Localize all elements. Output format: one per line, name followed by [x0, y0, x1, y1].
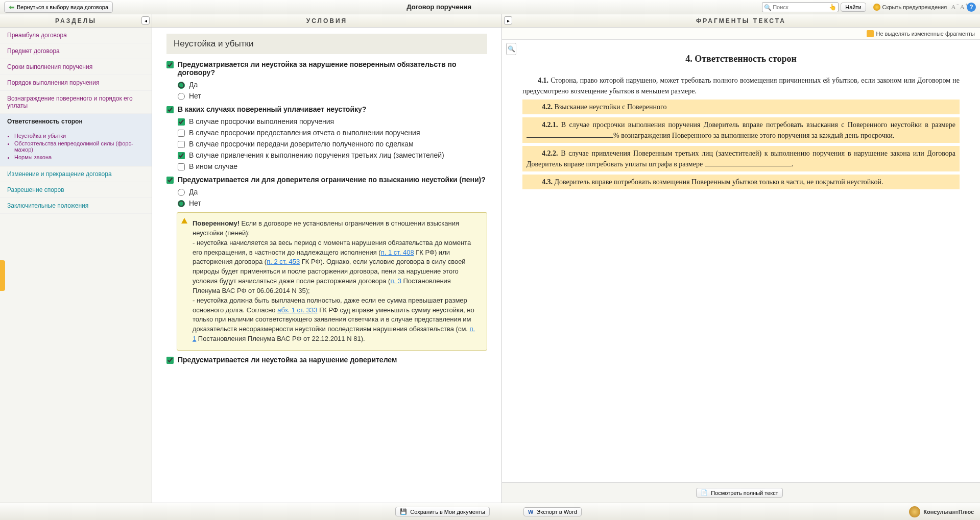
section-disputes[interactable]: Разрешение споров [0, 182, 152, 198]
warn-p1: - неустойка начисляется за весь период с… [193, 238, 480, 296]
sections-title: РАЗДЕЛЫ [55, 17, 97, 24]
warning-icon [181, 218, 187, 224]
zoom-icon[interactable]: 🔍 [506, 43, 516, 55]
link-p3[interactable]: п. 3 [390, 277, 401, 285]
section-amendments[interactable]: Изменение и прекращение договора [0, 166, 152, 182]
q1-no-radio[interactable] [178, 93, 185, 100]
q3-yes-radio[interactable] [178, 189, 185, 196]
q4-text: Предусматривается ли неустойка за наруше… [178, 356, 397, 364]
hide-warnings-label: Скрыть предупреждения [882, 4, 947, 10]
conditions-body[interactable]: Неустойка и убытки Предусматривается ли … [152, 28, 501, 503]
topbar: ⬅ Вернуться к выбору вида договора Догов… [0, 0, 980, 14]
blank-field-2[interactable] [705, 160, 792, 166]
help-icon[interactable]: ? [967, 3, 976, 12]
search-input[interactable] [762, 2, 839, 12]
brand-logo[interactable]: КонсультантПлюс [909, 506, 974, 517]
warn-lead-bold: Поверенному! [193, 219, 240, 227]
fragments-header: ▸ ФРАГМЕНТЫ ТЕКСТА [502, 14, 980, 28]
section-subject[interactable]: Предмет договора [0, 43, 152, 59]
section-preamble[interactable]: Преамбула договора [0, 28, 152, 43]
q3-text: Предусматривается ли для доверителя огра… [178, 176, 486, 184]
q2-o1-check[interactable] [178, 118, 185, 126]
fragments-title: ФРАГМЕНТЫ ТЕКСТА [696, 17, 786, 24]
q1-options: Да Нет [178, 81, 487, 100]
clause-4-2-2: 4.2.2. В случае привлечения Поверенным т… [522, 146, 960, 171]
q1-yes[interactable]: Да [178, 81, 487, 89]
q3-toggle[interactable] [166, 177, 174, 184]
section-remuneration[interactable]: Вознаграждение поверенного и порядок его… [0, 91, 152, 114]
fragments-toolbar: Не выделять измененные фрагменты [502, 28, 980, 40]
doc-icon: 📄 [701, 489, 708, 496]
q2-text: В каких случаях поверенный уплачивает не… [178, 105, 366, 113]
sub-law[interactable]: Нормы закона [14, 154, 152, 160]
q2-o5-check[interactable] [178, 163, 185, 170]
font-increase-icon[interactable]: A+ [960, 3, 965, 11]
subsection-list: Неустойка и убытки Обстоятельства непрео… [0, 129, 152, 166]
back-label: Вернуться к выбору вида договора [17, 4, 108, 10]
picker-icon[interactable]: 👆 [829, 4, 836, 11]
q2-o4[interactable]: В случае привлечения к выполнению поруче… [178, 151, 487, 159]
save-button[interactable]: 💾 Сохранить в Мои документы [395, 507, 490, 516]
font-decrease-icon[interactable]: A− [951, 3, 955, 11]
section-deadlines[interactable]: Сроки выполнения поручения [0, 59, 152, 75]
export-word-button[interactable]: W Экспорт в Word [523, 507, 582, 516]
fragments-column: ▸ ФРАГМЕНТЫ ТЕКСТА Не выделять измененны… [502, 14, 980, 503]
q2-o4-check[interactable] [178, 152, 185, 159]
fragments-heading: 4. Ответственность сторон [522, 52, 960, 66]
main-layout: РАЗДЕЛЫ ◂ Преамбула договора Предмет дог… [0, 14, 980, 503]
doc-title: Договор поручения [116, 3, 762, 11]
q1-text: Предусматривается ли неустойка за наруше… [178, 60, 487, 77]
q2-o1[interactable]: В случае просрочки выполнения поручения [178, 117, 487, 126]
hide-warnings-button[interactable]: Скрыть предупреждения [873, 4, 947, 11]
q2-o2-check[interactable] [178, 130, 185, 137]
save-icon: 💾 [400, 508, 407, 515]
warn-p2: - неустойка должна быть выплачена полнос… [193, 296, 480, 344]
fragments-footer: 📄 Посмотреть полный текст [502, 482, 980, 503]
word-icon: W [528, 509, 533, 515]
q2-o2[interactable]: В случае просрочки предоставления отчета… [178, 129, 487, 137]
q2-toggle[interactable] [166, 106, 174, 113]
question-2: В каких случаях поверенный уплачивает не… [166, 105, 487, 113]
link-453[interactable]: п. 2 ст. 453 [267, 258, 300, 265]
side-handle[interactable] [0, 260, 5, 291]
sections-header: РАЗДЕЛЫ ◂ [0, 14, 152, 28]
back-button[interactable]: ⬅ Вернуться к выбору вида договора [4, 2, 113, 13]
sub-penalty[interactable]: Неустойка и убытки [14, 133, 152, 139]
section-liability-active[interactable]: Ответственность сторон [0, 114, 152, 129]
brand-text: КонсультантПлюс [923, 509, 974, 515]
sub-force-majeure[interactable]: Обстоятельства непреодолимой силы (форс-… [14, 140, 152, 153]
q1-yes-radio[interactable] [178, 82, 185, 89]
clause-4-2: 4.2. Взыскание неустойки с Поверенного [522, 100, 960, 114]
link-333[interactable]: абз. 1 ст. 333 [277, 306, 317, 314]
q4-toggle[interactable] [166, 357, 174, 364]
conditions-section-title: Неустойка и убытки [166, 34, 487, 54]
view-full-text-button[interactable]: 📄 Посмотреть полный текст [696, 488, 783, 498]
search-icon: 🔍 [764, 4, 772, 11]
q1-toggle[interactable] [166, 61, 174, 68]
q3-no[interactable]: Нет [178, 199, 487, 207]
find-button[interactable]: Найти [841, 3, 866, 12]
q1-no[interactable]: Нет [178, 92, 487, 100]
back-arrow-icon: ⬅ [9, 3, 15, 11]
sections-collapse-button[interactable]: ◂ [141, 16, 150, 24]
bottom-bar: 💾 Сохранить в Мои документы W Экспорт в … [0, 503, 980, 520]
q2-o3-check[interactable] [178, 141, 185, 148]
q3-no-radio[interactable] [178, 200, 185, 207]
q2-o3[interactable]: В случае просрочки передачи доверителю п… [178, 140, 487, 148]
no-highlight-button[interactable]: Не выделять измененные фрагменты [876, 31, 975, 37]
section-procedure[interactable]: Порядок выполнения поручения [0, 75, 152, 91]
section-final[interactable]: Заключительные положения [0, 198, 152, 214]
fragments-expand-button[interactable]: ▸ [504, 16, 512, 24]
q3-yes[interactable]: Да [178, 188, 487, 196]
link-408[interactable]: п. 1 ст. 408 [381, 249, 414, 256]
clause-4-3: 4.3. Доверитель вправе потребовать возме… [522, 175, 960, 189]
warning-box: Поверенному! Если в договоре не установл… [177, 212, 487, 351]
brand-icon [909, 506, 920, 517]
blank-field-1[interactable] [527, 132, 613, 138]
conditions-column: УСЛОВИЯ Неустойка и убытки Предусматрива… [152, 14, 502, 503]
fragments-body[interactable]: 4. Ответственность сторон 4.1. Сторона, … [502, 40, 980, 482]
q2-options: В случае просрочки выполнения поручения … [178, 117, 487, 170]
question-4: Предусматривается ли неустойка за наруше… [166, 356, 487, 364]
clause-4-1: 4.1. Сторона, право которой нарушено, мо… [522, 75, 960, 96]
q2-o5[interactable]: В ином случае [178, 162, 487, 170]
